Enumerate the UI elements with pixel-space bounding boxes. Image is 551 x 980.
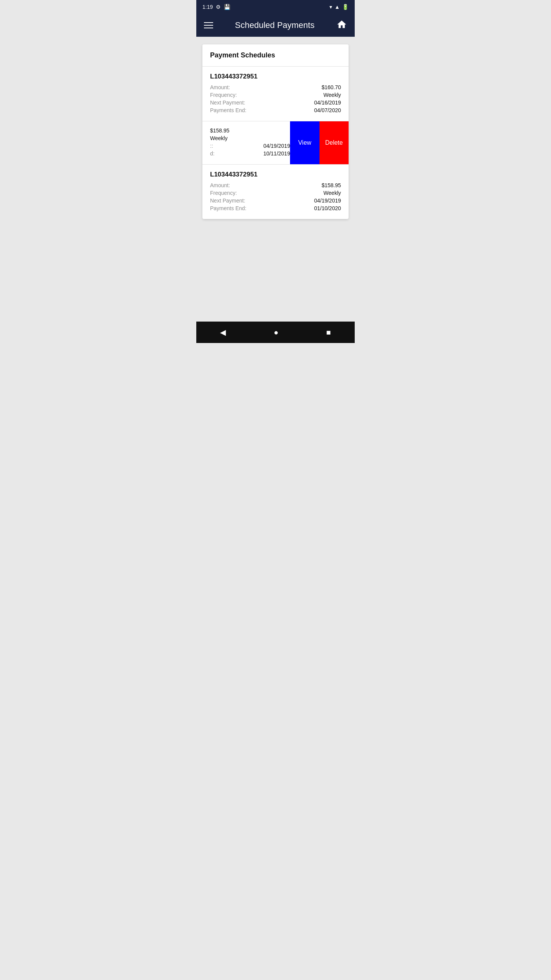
delete-button-2[interactable]: Delete bbox=[320, 121, 349, 164]
main-content: Payment Schedules L103443372951 Amount: … bbox=[196, 37, 355, 322]
frequency-value-3: Weekly bbox=[323, 190, 341, 196]
status-left: 1:19 ⚙ 💾 bbox=[202, 4, 230, 10]
amount-label-1: Amount: bbox=[210, 84, 230, 90]
amount-row-1: Amount: $160.70 bbox=[210, 84, 341, 90]
page-title: Scheduled Payments bbox=[235, 20, 315, 30]
settings-icon: ⚙ bbox=[216, 4, 221, 10]
status-right: ▾ ▲ 🔋 bbox=[329, 4, 349, 10]
app-bar: Scheduled Payments bbox=[196, 14, 355, 37]
swiped-end-value-2: 10/11/2019 bbox=[263, 150, 290, 157]
payments-end-label-3: Payments End: bbox=[210, 205, 246, 211]
frequency-row-1: Frequency: Weekly bbox=[210, 92, 341, 98]
schedule-id-1: L103443372951 bbox=[210, 73, 341, 80]
schedule-item-2-swiped: $158.95 Weekly :: 04/19/2019 d: 10/11/20… bbox=[202, 121, 349, 165]
view-button-2[interactable]: View bbox=[290, 121, 319, 164]
home-nav-button[interactable]: ● bbox=[266, 325, 286, 340]
payments-end-label-1: Payments End: bbox=[210, 107, 246, 113]
swiped-frequency-row-2: Weekly bbox=[210, 135, 290, 141]
amount-label-3: Amount: bbox=[210, 182, 230, 188]
home-nav-icon: ● bbox=[274, 328, 278, 337]
back-icon: ◀ bbox=[220, 328, 226, 337]
back-button[interactable]: ◀ bbox=[212, 325, 233, 340]
frequency-row-3: Frequency: Weekly bbox=[210, 190, 341, 196]
swiped-text-area-2: $158.95 Weekly :: 04/19/2019 d: 10/11/20… bbox=[202, 121, 290, 164]
payment-schedules-card: Payment Schedules L103443372951 Amount: … bbox=[202, 44, 349, 219]
next-payment-label-1: Next Payment: bbox=[210, 100, 245, 106]
swiped-end-row-2: d: 10/11/2019 bbox=[210, 150, 290, 157]
swiped-amount-row-2: $158.95 bbox=[210, 127, 290, 134]
bottom-nav: ◀ ● ■ bbox=[196, 322, 355, 343]
swiped-next-value-2: 04/19/2019 bbox=[263, 143, 290, 149]
amount-value-1: $160.70 bbox=[321, 84, 341, 90]
next-payment-label-3: Next Payment: bbox=[210, 198, 245, 204]
frequency-value-1: Weekly bbox=[323, 92, 341, 98]
amount-row-3: Amount: $158.95 bbox=[210, 182, 341, 188]
swiped-inner-2: $158.95 Weekly :: 04/19/2019 d: 10/11/20… bbox=[202, 121, 349, 164]
swiped-frequency-value-2: Weekly bbox=[210, 135, 228, 141]
recent-button[interactable]: ■ bbox=[318, 325, 338, 340]
swiped-amount-value-2: $158.95 bbox=[210, 127, 230, 134]
payments-end-row-1: Payments End: 04/07/2020 bbox=[210, 107, 341, 113]
frequency-label-1: Frequency: bbox=[210, 92, 237, 98]
next-payment-row-1: Next Payment: 04/16/2019 bbox=[210, 100, 341, 106]
card-header-title: Payment Schedules bbox=[210, 51, 275, 59]
next-payment-value-1: 04/16/2019 bbox=[314, 100, 341, 106]
swiped-actions-2: View Delete bbox=[290, 121, 349, 164]
swiped-next-row-2: :: 04/19/2019 bbox=[210, 143, 290, 149]
payments-end-value-1: 04/07/2020 bbox=[314, 107, 341, 113]
wifi-icon: ▾ bbox=[329, 4, 332, 10]
swiped-next-label-2: :: bbox=[210, 143, 213, 149]
home-button[interactable] bbox=[335, 18, 349, 33]
schedule-content-1: L103443372951 Amount: $160.70 Frequency:… bbox=[202, 67, 349, 121]
status-time: 1:19 bbox=[202, 4, 213, 10]
home-icon bbox=[336, 19, 347, 30]
battery-icon: 🔋 bbox=[342, 4, 349, 10]
schedule-content-3: L103443372951 Amount: $158.95 Frequency:… bbox=[202, 165, 349, 219]
save-icon: 💾 bbox=[224, 4, 230, 10]
amount-value-3: $158.95 bbox=[321, 182, 341, 188]
recent-icon: ■ bbox=[326, 328, 331, 337]
payments-end-value-3: 01/10/2020 bbox=[314, 205, 341, 211]
signal-icon: ▲ bbox=[334, 4, 340, 10]
status-bar: 1:19 ⚙ 💾 ▾ ▲ 🔋 bbox=[196, 0, 355, 14]
payments-end-row-3: Payments End: 01/10/2020 bbox=[210, 205, 341, 211]
schedule-item-1: L103443372951 Amount: $160.70 Frequency:… bbox=[202, 67, 349, 121]
next-payment-row-3: Next Payment: 04/19/2019 bbox=[210, 198, 341, 204]
frequency-label-3: Frequency: bbox=[210, 190, 237, 196]
menu-button[interactable] bbox=[202, 21, 215, 30]
card-header: Payment Schedules bbox=[202, 44, 349, 67]
next-payment-value-3: 04/19/2019 bbox=[314, 198, 341, 204]
schedule-id-3: L103443372951 bbox=[210, 171, 341, 178]
schedule-item-3: L103443372951 Amount: $158.95 Frequency:… bbox=[202, 165, 349, 219]
swiped-end-label-2: d: bbox=[210, 150, 215, 157]
